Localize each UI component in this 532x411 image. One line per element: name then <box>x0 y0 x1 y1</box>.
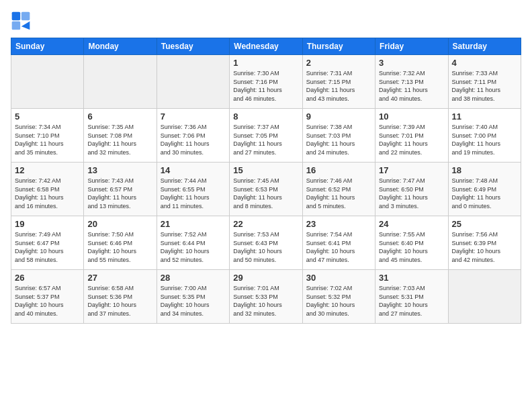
day-number: 23 <box>306 219 371 229</box>
day-cell: 24Sunrise: 7:55 AM Sunset: 6:40 PM Dayli… <box>375 216 448 270</box>
week-row-4: 19Sunrise: 7:49 AM Sunset: 6:47 PM Dayli… <box>11 216 521 270</box>
day-cell: 6Sunrise: 7:35 AM Sunset: 7:08 PM Daylig… <box>84 109 157 163</box>
day-cell <box>448 270 521 324</box>
header-row: SundayMondayTuesdayWednesdayThursdayFrid… <box>11 38 521 55</box>
day-cell: 8Sunrise: 7:37 AM Sunset: 7:05 PM Daylig… <box>230 109 302 163</box>
day-cell <box>157 55 229 109</box>
day-cell: 18Sunrise: 7:48 AM Sunset: 6:49 PM Dayli… <box>448 163 521 216</box>
day-cell: 20Sunrise: 7:50 AM Sunset: 6:46 PM Dayli… <box>84 216 157 270</box>
day-cell <box>11 55 84 109</box>
day-number: 24 <box>379 219 444 229</box>
day-number: 7 <box>161 111 226 122</box>
day-number: 27 <box>87 273 152 283</box>
day-cell: 17Sunrise: 7:47 AM Sunset: 6:50 PM Dayli… <box>375 163 448 216</box>
logo <box>11 11 34 31</box>
day-info: Sunrise: 7:30 AM Sunset: 7:16 PM Dayligh… <box>233 69 298 103</box>
day-info: Sunrise: 7:50 AM Sunset: 6:46 PM Dayligh… <box>87 230 152 264</box>
page: SundayMondayTuesdayWednesdayThursdayFrid… <box>0 0 532 411</box>
day-info: Sunrise: 7:03 AM Sunset: 5:31 PM Dayligh… <box>379 284 444 318</box>
day-cell: 11Sunrise: 7:40 AM Sunset: 7:00 PM Dayli… <box>448 109 521 163</box>
day-cell: 10Sunrise: 7:39 AM Sunset: 7:01 PM Dayli… <box>375 109 448 163</box>
day-number: 20 <box>87 219 152 229</box>
week-row-3: 12Sunrise: 7:42 AM Sunset: 6:58 PM Dayli… <box>11 163 521 216</box>
day-number: 18 <box>452 165 517 175</box>
day-cell: 1Sunrise: 7:30 AM Sunset: 7:16 PM Daylig… <box>230 55 302 109</box>
day-info: Sunrise: 7:45 AM Sunset: 6:53 PM Dayligh… <box>233 177 298 210</box>
day-info: Sunrise: 7:37 AM Sunset: 7:05 PM Dayligh… <box>233 123 298 156</box>
day-cell: 21Sunrise: 7:52 AM Sunset: 6:44 PM Dayli… <box>157 216 229 270</box>
day-info: Sunrise: 6:58 AM Sunset: 5:36 PM Dayligh… <box>87 284 152 318</box>
day-info: Sunrise: 7:33 AM Sunset: 7:11 PM Dayligh… <box>452 69 517 103</box>
day-info: Sunrise: 7:01 AM Sunset: 5:33 PM Dayligh… <box>233 284 298 318</box>
day-info: Sunrise: 7:55 AM Sunset: 6:40 PM Dayligh… <box>379 230 444 264</box>
day-cell: 27Sunrise: 6:58 AM Sunset: 5:36 PM Dayli… <box>84 270 157 324</box>
day-cell: 13Sunrise: 7:43 AM Sunset: 6:57 PM Dayli… <box>84 163 157 216</box>
day-info: Sunrise: 7:48 AM Sunset: 6:49 PM Dayligh… <box>452 177 517 210</box>
day-cell: 26Sunrise: 6:57 AM Sunset: 5:37 PM Dayli… <box>11 270 84 324</box>
day-info: Sunrise: 7:40 AM Sunset: 7:00 PM Dayligh… <box>452 123 517 156</box>
header <box>11 11 521 31</box>
day-cell: 5Sunrise: 7:34 AM Sunset: 7:10 PM Daylig… <box>11 109 84 163</box>
day-number: 15 <box>233 165 298 175</box>
day-number: 4 <box>452 58 517 68</box>
day-info: Sunrise: 7:32 AM Sunset: 7:13 PM Dayligh… <box>379 69 444 103</box>
week-row-5: 26Sunrise: 6:57 AM Sunset: 5:37 PM Dayli… <box>11 270 521 324</box>
day-info: Sunrise: 7:35 AM Sunset: 7:08 PM Dayligh… <box>87 123 152 156</box>
day-number: 19 <box>15 219 80 229</box>
svg-rect-0 <box>12 12 21 21</box>
day-number: 22 <box>233 219 298 229</box>
day-cell: 3Sunrise: 7:32 AM Sunset: 7:13 PM Daylig… <box>375 55 448 109</box>
col-header-thursday: Thursday <box>302 38 375 55</box>
day-number: 17 <box>379 165 444 175</box>
week-row-2: 5Sunrise: 7:34 AM Sunset: 7:10 PM Daylig… <box>11 109 521 163</box>
day-number: 3 <box>379 58 444 68</box>
day-cell: 23Sunrise: 7:54 AM Sunset: 6:41 PM Dayli… <box>302 216 375 270</box>
day-number: 30 <box>306 273 371 283</box>
col-header-sunday: Sunday <box>11 38 84 55</box>
day-number: 12 <box>15 165 80 175</box>
day-info: Sunrise: 7:56 AM Sunset: 6:39 PM Dayligh… <box>452 230 517 264</box>
day-number: 1 <box>233 58 298 68</box>
day-cell: 9Sunrise: 7:38 AM Sunset: 7:03 PM Daylig… <box>302 109 375 163</box>
day-info: Sunrise: 7:49 AM Sunset: 6:47 PM Dayligh… <box>15 230 80 264</box>
day-number: 31 <box>379 273 444 283</box>
week-row-1: 1Sunrise: 7:30 AM Sunset: 7:16 PM Daylig… <box>11 55 521 109</box>
col-header-monday: Monday <box>84 38 157 55</box>
day-number: 11 <box>452 111 517 122</box>
day-cell: 12Sunrise: 7:42 AM Sunset: 6:58 PM Dayli… <box>11 163 84 216</box>
day-number: 25 <box>452 219 517 229</box>
day-cell: 19Sunrise: 7:49 AM Sunset: 6:47 PM Dayli… <box>11 216 84 270</box>
day-number: 21 <box>161 219 226 229</box>
day-info: Sunrise: 7:34 AM Sunset: 7:10 PM Dayligh… <box>15 123 80 156</box>
svg-marker-3 <box>21 21 30 30</box>
day-cell: 16Sunrise: 7:46 AM Sunset: 6:52 PM Dayli… <box>302 163 375 216</box>
day-cell: 31Sunrise: 7:03 AM Sunset: 5:31 PM Dayli… <box>375 270 448 324</box>
day-cell: 15Sunrise: 7:45 AM Sunset: 6:53 PM Dayli… <box>230 163 302 216</box>
svg-rect-2 <box>12 21 21 30</box>
day-number: 5 <box>15 111 80 122</box>
col-header-wednesday: Wednesday <box>230 38 302 55</box>
day-number: 26 <box>15 273 80 283</box>
col-header-saturday: Saturday <box>448 38 521 55</box>
day-cell: 14Sunrise: 7:44 AM Sunset: 6:55 PM Dayli… <box>157 163 229 216</box>
col-header-friday: Friday <box>375 38 448 55</box>
day-number: 9 <box>306 111 371 122</box>
col-header-tuesday: Tuesday <box>157 38 229 55</box>
day-number: 8 <box>233 111 298 122</box>
day-info: Sunrise: 7:00 AM Sunset: 5:35 PM Dayligh… <box>161 284 226 318</box>
day-info: Sunrise: 6:57 AM Sunset: 5:37 PM Dayligh… <box>15 284 80 318</box>
day-cell: 7Sunrise: 7:36 AM Sunset: 7:06 PM Daylig… <box>157 109 229 163</box>
day-cell: 25Sunrise: 7:56 AM Sunset: 6:39 PM Dayli… <box>448 216 521 270</box>
day-number: 28 <box>161 273 226 283</box>
calendar-table: SundayMondayTuesdayWednesdayThursdayFrid… <box>11 38 521 324</box>
day-cell <box>84 55 157 109</box>
day-cell: 22Sunrise: 7:53 AM Sunset: 6:43 PM Dayli… <box>230 216 302 270</box>
day-info: Sunrise: 7:46 AM Sunset: 6:52 PM Dayligh… <box>306 177 371 210</box>
svg-rect-1 <box>21 12 30 21</box>
day-info: Sunrise: 7:43 AM Sunset: 6:57 PM Dayligh… <box>87 177 152 210</box>
day-number: 14 <box>161 165 226 175</box>
day-info: Sunrise: 7:47 AM Sunset: 6:50 PM Dayligh… <box>379 177 444 210</box>
day-number: 6 <box>87 111 152 122</box>
day-number: 13 <box>87 165 152 175</box>
logo-icon <box>11 11 31 31</box>
